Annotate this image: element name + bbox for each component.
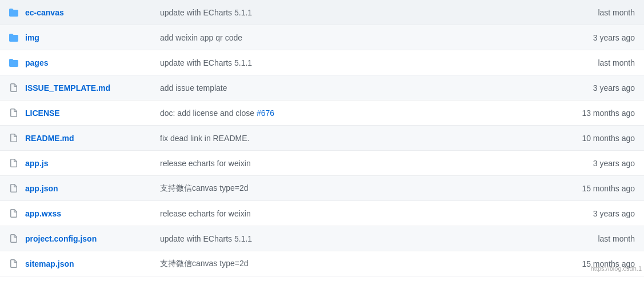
file-name-link[interactable]: ISSUE_TEMPLATE.md	[25, 83, 110, 93]
commit-message: release echarts for weixin	[151, 209, 543, 218]
commit-message: fix dead link in README.	[151, 134, 543, 143]
file-icon	[9, 83, 25, 93]
commit-time: last month	[543, 8, 635, 17]
folder-icon	[9, 33, 25, 42]
table-row: LICENSEdoc: add license and close #67613…	[0, 101, 644, 126]
file-icon	[9, 259, 25, 268]
commit-message: doc: add license and close #676	[151, 109, 543, 118]
folder-icon	[9, 58, 25, 67]
commit-message: add weixin app qr code	[151, 33, 543, 42]
watermark: https://blog.csdn.1	[591, 265, 644, 272]
commit-time: last month	[543, 234, 635, 243]
table-row: app.wxssrelease echarts for weixin3 year…	[0, 201, 644, 226]
commit-message: add issue template	[151, 83, 543, 93]
file-list: ec-canvasupdate with ECharts 5.1.1last m…	[0, 0, 644, 276]
file-icon	[9, 184, 25, 193]
commit-message: release echarts for weixin	[151, 159, 543, 168]
file-name-link[interactable]: pages	[25, 58, 48, 67]
file-name-link[interactable]: ec-canvas	[25, 8, 64, 17]
commit-time: 3 years ago	[543, 33, 635, 42]
file-name-link[interactable]: app.json	[25, 184, 58, 193]
file-browser: ec-canvasupdate with ECharts 5.1.1last m…	[0, 0, 644, 276]
table-row: project.config.jsonupdate with ECharts 5…	[0, 226, 644, 251]
file-name-link[interactable]: app.js	[25, 159, 48, 168]
commit-time: last month	[543, 58, 635, 67]
table-row: app.json支持微信canvas type=2d15 months ago	[0, 176, 644, 201]
file-icon	[9, 109, 25, 118]
commit-message: update with ECharts 5.1.1	[151, 8, 543, 17]
commit-time: 3 years ago	[543, 159, 635, 168]
table-row: sitemap.json支持微信canvas type=2d15 months …	[0, 251, 644, 276]
table-row: ISSUE_TEMPLATE.mdadd issue template3 yea…	[0, 75, 644, 101]
file-icon	[9, 234, 25, 243]
commit-issue-link[interactable]: #676	[257, 109, 274, 118]
table-row: imgadd weixin app qr code3 years ago	[0, 25, 644, 50]
file-name-link[interactable]: README.md	[25, 134, 74, 143]
commit-time: 15 months ago	[543, 184, 635, 193]
file-name-link[interactable]: project.config.json	[25, 234, 97, 243]
file-name-link[interactable]: sitemap.json	[25, 259, 74, 268]
commit-time: 3 years ago	[543, 83, 635, 93]
table-row: README.mdfix dead link in README.10 mont…	[0, 126, 644, 151]
file-name-link[interactable]: LICENSE	[25, 109, 60, 118]
file-name-link[interactable]: app.wxss	[25, 209, 61, 218]
file-name-link[interactable]: img	[25, 33, 39, 42]
file-icon	[9, 134, 25, 143]
commit-time: 3 years ago	[543, 209, 635, 218]
folder-icon	[9, 8, 25, 17]
commit-message: 支持微信canvas type=2d	[151, 259, 543, 269]
table-row: pagesupdate with ECharts 5.1.1last month	[0, 50, 644, 75]
table-row: app.jsrelease echarts for weixin3 years …	[0, 151, 644, 176]
file-icon	[9, 209, 25, 218]
table-row: ec-canvasupdate with ECharts 5.1.1last m…	[0, 0, 644, 25]
file-icon	[9, 159, 25, 168]
commit-message: 支持微信canvas type=2d	[151, 183, 543, 194]
commit-message: update with ECharts 5.1.1	[151, 234, 543, 243]
commit-time: 10 months ago	[543, 134, 635, 143]
commit-message: update with ECharts 5.1.1	[151, 58, 543, 67]
commit-time: 13 months ago	[543, 109, 635, 118]
